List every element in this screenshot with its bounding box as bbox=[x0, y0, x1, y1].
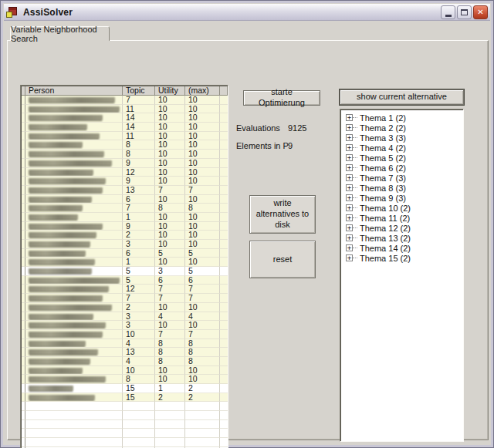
table-row[interactable]: 21010 bbox=[22, 231, 228, 240]
expand-plus-icon[interactable]: + bbox=[346, 184, 353, 191]
table-row[interactable]: 1377 bbox=[22, 186, 228, 195]
table-row[interactable]: 61010 bbox=[22, 195, 228, 204]
expand-plus-icon[interactable]: + bbox=[346, 114, 353, 121]
expand-plus-icon[interactable]: + bbox=[346, 244, 353, 251]
expand-plus-icon[interactable]: + bbox=[346, 134, 353, 141]
cell-max: 10 bbox=[185, 177, 220, 186]
table-row[interactable]: 91010 bbox=[22, 159, 228, 168]
redacted-person-name bbox=[29, 305, 112, 310]
tree-item[interactable]: +Thema 14 (2) bbox=[346, 243, 463, 253]
expand-plus-icon[interactable]: + bbox=[346, 224, 353, 231]
table-row[interactable]: 81010 bbox=[22, 140, 228, 150]
start-optimization-button[interactable]: starte Optimierung bbox=[243, 90, 320, 106]
tree-item[interactable]: +Thema 9 (3) bbox=[346, 193, 463, 203]
table-row[interactable]: 141010 bbox=[22, 113, 228, 123]
expand-plus-icon[interactable]: + bbox=[346, 124, 353, 131]
reset-button[interactable]: reset bbox=[249, 241, 316, 278]
column-header-topic[interactable]: Topic bbox=[123, 86, 155, 95]
close-button[interactable]: ✕ bbox=[473, 5, 488, 19]
empty-cell bbox=[185, 411, 220, 420]
table-row[interactable]: 141010 bbox=[22, 123, 228, 132]
column-header-utility[interactable]: Utility bbox=[155, 86, 185, 95]
cell-utility: 10 bbox=[155, 150, 185, 159]
show-current-alternative-button[interactable]: show current alternative bbox=[340, 89, 464, 105]
tree-item[interactable]: +Thema 10 (2) bbox=[346, 203, 463, 213]
table-row[interactable]: 344 bbox=[22, 312, 228, 322]
tree-item[interactable]: +Thema 7 (3) bbox=[346, 173, 463, 183]
cell-person bbox=[25, 177, 123, 186]
table-row[interactable]: 11010 bbox=[22, 213, 228, 222]
cell-topic: 14 bbox=[123, 123, 155, 132]
table-row[interactable]: 1522 bbox=[22, 393, 228, 403]
cell-person bbox=[25, 330, 123, 339]
table-row[interactable]: 535 bbox=[22, 267, 228, 276]
cell-person bbox=[25, 159, 123, 168]
minimize-button[interactable] bbox=[441, 5, 455, 19]
tree-item[interactable]: +Thema 2 (2) bbox=[346, 123, 463, 133]
assignments-table[interactable]: Person Topic Utility (max) 7101011101014… bbox=[20, 85, 228, 448]
tree-item[interactable]: +Thema 13 (2) bbox=[346, 233, 463, 243]
table-row[interactable]: 21010 bbox=[22, 303, 228, 312]
table-row[interactable]: 1277 bbox=[22, 285, 228, 294]
column-header-max[interactable]: (max) bbox=[185, 86, 220, 95]
table-row[interactable]: 31010 bbox=[22, 240, 228, 249]
tab-variable-neighborhood-search[interactable]: Variable Neighborhood Search bbox=[10, 26, 110, 41]
cell-filler bbox=[220, 177, 228, 186]
tree-item[interactable]: +Thema 6 (2) bbox=[346, 163, 463, 173]
table-row[interactable]: 71010 bbox=[22, 96, 228, 105]
alternatives-treeview[interactable]: +Thema 1 (2)+Thema 2 (2)+Thema 3 (3)+The… bbox=[340, 109, 464, 442]
table-row[interactable]: 788 bbox=[22, 204, 228, 213]
expand-plus-icon[interactable]: + bbox=[346, 194, 353, 201]
table-row[interactable]: 81010 bbox=[22, 375, 228, 384]
tree-item[interactable]: +Thema 12 (2) bbox=[346, 223, 463, 233]
table-row[interactable]: 488 bbox=[22, 339, 228, 349]
tree-item[interactable]: +Thema 11 (2) bbox=[346, 213, 463, 223]
expand-plus-icon[interactable]: + bbox=[346, 254, 353, 261]
tree-item[interactable]: +Thema 15 (2) bbox=[346, 253, 463, 263]
table-row[interactable]: 91010 bbox=[22, 222, 228, 231]
empty-cell bbox=[25, 411, 123, 420]
expand-plus-icon[interactable]: + bbox=[346, 174, 353, 181]
table-row[interactable]: 566 bbox=[22, 276, 228, 285]
table-row[interactable]: 31010 bbox=[22, 321, 228, 330]
table-row[interactable]: 91010 bbox=[22, 177, 228, 186]
tree-item-label: Thema 13 (2) bbox=[360, 234, 411, 243]
table-row[interactable]: 1512 bbox=[22, 384, 228, 393]
table-row[interactable]: 11010 bbox=[22, 258, 228, 267]
tree-item[interactable]: +Thema 1 (2) bbox=[346, 113, 463, 123]
cell-filler bbox=[220, 339, 228, 349]
expand-plus-icon[interactable]: + bbox=[346, 214, 353, 221]
maximize-button[interactable] bbox=[457, 5, 472, 19]
table-row[interactable]: 655 bbox=[22, 249, 228, 258]
empty-cell bbox=[220, 438, 228, 447]
table-row[interactable]: 1388 bbox=[22, 348, 228, 357]
cell-filler bbox=[220, 222, 228, 231]
table-row[interactable]: 81010 bbox=[22, 150, 228, 159]
table-row[interactable]: 111010 bbox=[22, 105, 228, 114]
expand-plus-icon[interactable]: + bbox=[346, 234, 353, 241]
tree-item[interactable]: +Thema 5 (2) bbox=[346, 153, 463, 163]
expand-plus-icon[interactable]: + bbox=[346, 154, 353, 161]
table-row[interactable]: 101010 bbox=[22, 366, 228, 376]
expand-plus-icon[interactable]: + bbox=[346, 164, 353, 171]
column-header-person[interactable]: Person bbox=[25, 86, 123, 95]
cell-max: 10 bbox=[185, 96, 220, 105]
empty-cell bbox=[25, 402, 123, 411]
cell-person bbox=[25, 294, 123, 303]
redacted-person-name bbox=[29, 124, 87, 130]
cell-person bbox=[25, 321, 123, 330]
table-row[interactable]: 488 bbox=[22, 357, 228, 366]
tree-item[interactable]: +Thema 3 (3) bbox=[346, 133, 463, 143]
table-row[interactable]: 111010 bbox=[22, 132, 228, 141]
cell-max: 10 bbox=[185, 375, 220, 384]
expand-plus-icon[interactable]: + bbox=[346, 204, 353, 211]
table-row[interactable]: 777 bbox=[22, 294, 228, 303]
tree-item[interactable]: +Thema 8 (3) bbox=[346, 183, 463, 193]
write-alternatives-button[interactable]: write alternatives to disk bbox=[249, 195, 316, 234]
table-row[interactable]: 1077 bbox=[22, 330, 228, 339]
tree-item[interactable]: +Thema 4 (2) bbox=[346, 143, 463, 153]
cell-utility: 10 bbox=[155, 123, 185, 132]
redacted-person-name bbox=[29, 197, 92, 202]
table-row[interactable]: 121010 bbox=[22, 168, 228, 177]
expand-plus-icon[interactable]: + bbox=[346, 144, 353, 151]
